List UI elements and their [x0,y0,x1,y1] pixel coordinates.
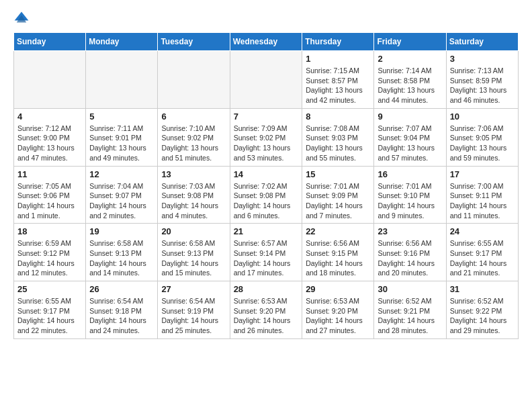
day-number: 6 [161,111,226,122]
day-info: Sunrise: 6:59 AM Sunset: 9:12 PM Dayligh… [17,238,82,278]
logo-icon [13,11,30,27]
day-number: 30 [378,284,442,294]
weekday-header-tuesday: Tuesday [158,33,230,51]
day-info: Sunrise: 7:15 AM Sunset: 8:57 PM Dayligh… [306,66,370,105]
calendar-cell: 29Sunrise: 6:53 AM Sunset: 9:20 PM Dayli… [302,281,374,339]
calendar-week-4: 18Sunrise: 6:59 AM Sunset: 9:12 PM Dayli… [14,224,519,281]
calendar-cell: 19Sunrise: 6:58 AM Sunset: 9:13 PM Dayli… [86,224,158,281]
calendar-cell: 17Sunrise: 7:00 AM Sunset: 9:11 PM Dayli… [446,166,518,224]
day-info: Sunrise: 6:53 AM Sunset: 9:20 PM Dayligh… [306,296,370,336]
weekday-header-sunday: Sunday [14,33,86,51]
day-info: Sunrise: 7:02 AM Sunset: 9:08 PM Dayligh… [234,181,299,221]
calendar-cell: 1Sunrise: 7:15 AM Sunset: 8:57 PM Daylig… [302,51,374,109]
day-info: Sunrise: 7:01 AM Sunset: 9:10 PM Dayligh… [378,181,442,221]
logo [13,11,32,27]
day-number: 11 [17,169,82,179]
day-number: 4 [17,111,82,122]
day-number: 29 [306,284,370,294]
day-number: 3 [450,54,515,64]
calendar-cell: 10Sunrise: 7:06 AM Sunset: 9:05 PM Dayli… [446,108,518,166]
day-number: 27 [161,284,226,294]
day-info: Sunrise: 6:55 AM Sunset: 9:17 PM Dayligh… [17,296,82,336]
calendar-cell [158,51,230,109]
day-number: 17 [450,169,515,179]
calendar-cell: 14Sunrise: 7:02 AM Sunset: 9:08 PM Dayli… [230,166,302,224]
day-info: Sunrise: 6:52 AM Sunset: 9:21 PM Dayligh… [378,296,442,336]
calendar-cell: 25Sunrise: 6:55 AM Sunset: 9:17 PM Dayli… [14,281,86,339]
day-info: Sunrise: 6:55 AM Sunset: 9:17 PM Dayligh… [450,238,515,278]
day-number: 28 [234,284,299,294]
day-number: 14 [234,169,299,179]
calendar-cell: 4Sunrise: 7:12 AM Sunset: 9:00 PM Daylig… [14,108,86,166]
calendar-cell: 26Sunrise: 6:54 AM Sunset: 9:18 PM Dayli… [86,281,158,339]
calendar-cell: 12Sunrise: 7:04 AM Sunset: 9:07 PM Dayli… [86,166,158,224]
day-number: 24 [450,226,515,236]
day-info: Sunrise: 7:13 AM Sunset: 8:59 PM Dayligh… [450,66,515,105]
day-number: 31 [450,284,515,294]
day-number: 25 [17,284,82,294]
day-info: Sunrise: 6:54 AM Sunset: 9:18 PM Dayligh… [89,296,154,336]
calendar-week-1: 1Sunrise: 7:15 AM Sunset: 8:57 PM Daylig… [14,51,519,109]
calendar-cell: 15Sunrise: 7:01 AM Sunset: 9:09 PM Dayli… [302,166,374,224]
day-info: Sunrise: 7:14 AM Sunset: 8:58 PM Dayligh… [378,66,442,105]
calendar-cell: 16Sunrise: 7:01 AM Sunset: 9:10 PM Dayli… [374,166,446,224]
calendar-cell: 2Sunrise: 7:14 AM Sunset: 8:58 PM Daylig… [374,51,446,109]
day-info: Sunrise: 7:09 AM Sunset: 9:02 PM Dayligh… [234,124,299,163]
day-number: 15 [306,169,370,179]
day-info: Sunrise: 7:08 AM Sunset: 9:03 PM Dayligh… [306,124,370,163]
weekday-header-row: SundayMondayTuesdayWednesdayThursdayFrid… [14,33,519,51]
calendar-cell: 5Sunrise: 7:11 AM Sunset: 9:01 PM Daylig… [86,108,158,166]
day-number: 18 [17,226,82,236]
calendar-cell: 23Sunrise: 6:56 AM Sunset: 9:16 PM Dayli… [374,224,446,281]
day-info: Sunrise: 7:12 AM Sunset: 9:00 PM Dayligh… [17,124,82,163]
day-info: Sunrise: 7:03 AM Sunset: 9:08 PM Dayligh… [161,181,226,221]
day-number: 5 [89,111,154,122]
day-info: Sunrise: 7:11 AM Sunset: 9:01 PM Dayligh… [89,124,154,163]
day-info: Sunrise: 7:07 AM Sunset: 9:04 PM Dayligh… [378,124,442,163]
day-info: Sunrise: 6:52 AM Sunset: 9:22 PM Dayligh… [450,296,515,336]
calendar-cell: 20Sunrise: 6:58 AM Sunset: 9:13 PM Dayli… [158,224,230,281]
calendar-cell: 27Sunrise: 6:54 AM Sunset: 9:19 PM Dayli… [158,281,230,339]
day-number: 9 [378,111,442,122]
calendar-cell: 24Sunrise: 6:55 AM Sunset: 9:17 PM Dayli… [446,224,518,281]
day-number: 20 [161,226,226,236]
calendar-cell: 22Sunrise: 6:56 AM Sunset: 9:15 PM Dayli… [302,224,374,281]
calendar-cell: 28Sunrise: 6:53 AM Sunset: 9:20 PM Dayli… [230,281,302,339]
day-info: Sunrise: 7:05 AM Sunset: 9:06 PM Dayligh… [17,181,82,221]
calendar-cell: 21Sunrise: 6:57 AM Sunset: 9:14 PM Dayli… [230,224,302,281]
calendar-week-5: 25Sunrise: 6:55 AM Sunset: 9:17 PM Dayli… [14,281,519,339]
day-number: 22 [306,226,370,236]
header [13,11,519,27]
day-info: Sunrise: 6:58 AM Sunset: 9:13 PM Dayligh… [161,238,226,278]
calendar-cell: 9Sunrise: 7:07 AM Sunset: 9:04 PM Daylig… [374,108,446,166]
day-number: 16 [378,169,442,179]
day-info: Sunrise: 6:53 AM Sunset: 9:20 PM Dayligh… [234,296,299,336]
weekday-header-thursday: Thursday [302,33,374,51]
day-number: 26 [89,284,154,294]
day-info: Sunrise: 6:54 AM Sunset: 9:19 PM Dayligh… [161,296,226,336]
day-number: 21 [234,226,299,236]
day-info: Sunrise: 7:10 AM Sunset: 9:02 PM Dayligh… [161,124,226,163]
calendar: SundayMondayTuesdayWednesdayThursdayFrid… [13,32,519,339]
day-number: 13 [161,169,226,179]
day-number: 8 [306,111,370,122]
weekday-header-wednesday: Wednesday [230,33,302,51]
day-number: 1 [306,54,370,64]
day-info: Sunrise: 7:00 AM Sunset: 9:11 PM Dayligh… [450,181,515,221]
calendar-cell: 6Sunrise: 7:10 AM Sunset: 9:02 PM Daylig… [158,108,230,166]
day-info: Sunrise: 6:56 AM Sunset: 9:16 PM Dayligh… [378,238,442,278]
weekday-header-monday: Monday [86,33,158,51]
calendar-cell: 13Sunrise: 7:03 AM Sunset: 9:08 PM Dayli… [158,166,230,224]
day-number: 19 [89,226,154,236]
calendar-week-3: 11Sunrise: 7:05 AM Sunset: 9:06 PM Dayli… [14,166,519,224]
calendar-cell: 7Sunrise: 7:09 AM Sunset: 9:02 PM Daylig… [230,108,302,166]
calendar-cell [86,51,158,109]
day-number: 7 [234,111,299,122]
calendar-cell: 3Sunrise: 7:13 AM Sunset: 8:59 PM Daylig… [446,51,518,109]
calendar-cell: 30Sunrise: 6:52 AM Sunset: 9:21 PM Dayli… [374,281,446,339]
day-info: Sunrise: 7:01 AM Sunset: 9:09 PM Dayligh… [306,181,370,221]
calendar-week-2: 4Sunrise: 7:12 AM Sunset: 9:00 PM Daylig… [14,108,519,166]
day-info: Sunrise: 6:58 AM Sunset: 9:13 PM Dayligh… [89,238,154,278]
calendar-cell: 11Sunrise: 7:05 AM Sunset: 9:06 PM Dayli… [14,166,86,224]
day-number: 10 [450,111,515,122]
